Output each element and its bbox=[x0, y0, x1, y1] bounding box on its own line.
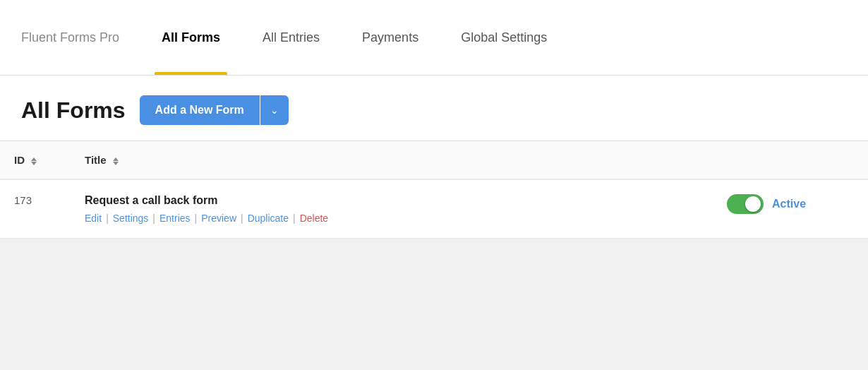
duplicate-link[interactable]: Duplicate bbox=[248, 213, 289, 224]
column-header-id[interactable]: ID bbox=[0, 141, 71, 179]
nav-brand[interactable]: Fluent Forms Pro bbox=[14, 0, 126, 75]
page-header: All Forms Add a New Form ⌄ bbox=[0, 76, 868, 141]
page-title: All Forms bbox=[21, 97, 126, 124]
add-form-button-group: Add a New Form ⌄ bbox=[140, 95, 289, 125]
active-toggle[interactable] bbox=[727, 194, 764, 214]
separator-5: | bbox=[293, 213, 296, 224]
sort-icon-id bbox=[31, 157, 37, 165]
edit-link[interactable]: Edit bbox=[85, 213, 102, 224]
sort-icon-title bbox=[113, 157, 119, 165]
page-content: All Forms Add a New Form ⌄ ID bbox=[0, 76, 868, 239]
preview-link[interactable]: Preview bbox=[201, 213, 236, 224]
nav-all-entries[interactable]: All Entries bbox=[255, 0, 327, 75]
toggle-container: Active bbox=[727, 194, 854, 214]
top-navigation: Fluent Forms Pro All Forms All Entries P… bbox=[0, 0, 868, 76]
settings-link[interactable]: Settings bbox=[113, 213, 149, 224]
add-form-main-button[interactable]: Add a New Form bbox=[140, 95, 260, 125]
nav-payments[interactable]: Payments bbox=[355, 0, 426, 75]
add-form-dropdown-button[interactable]: ⌄ bbox=[260, 95, 289, 125]
nav-all-forms[interactable]: All Forms bbox=[155, 0, 227, 75]
delete-link[interactable]: Delete bbox=[300, 213, 328, 224]
forms-table: ID Title bbox=[0, 141, 868, 239]
chevron-down-icon: ⌄ bbox=[270, 105, 279, 116]
form-id: 173 bbox=[14, 194, 32, 206]
form-title-cell: Request a call back form Edit | Settings… bbox=[71, 179, 713, 239]
form-status-cell: Active bbox=[713, 179, 868, 239]
form-id-cell: 173 bbox=[0, 179, 71, 239]
forms-table-container: ID Title bbox=[0, 141, 868, 239]
toggle-slider bbox=[727, 194, 764, 214]
form-title: Request a call back form bbox=[85, 194, 699, 207]
separator-2: | bbox=[152, 213, 155, 224]
separator-1: | bbox=[106, 213, 109, 224]
entries-link[interactable]: Entries bbox=[159, 213, 191, 224]
column-header-status bbox=[713, 141, 868, 179]
table-header-row: ID Title bbox=[0, 141, 868, 179]
table-row: 173 Request a call back form Edit | Sett… bbox=[0, 179, 868, 239]
nav-global-settings[interactable]: Global Settings bbox=[454, 0, 554, 75]
column-header-title[interactable]: Title bbox=[71, 141, 713, 179]
separator-4: | bbox=[241, 213, 243, 224]
separator-3: | bbox=[195, 213, 198, 224]
active-status-label: Active bbox=[772, 198, 806, 210]
form-actions: Edit | Settings | Entries | Preview | Du… bbox=[85, 213, 699, 224]
